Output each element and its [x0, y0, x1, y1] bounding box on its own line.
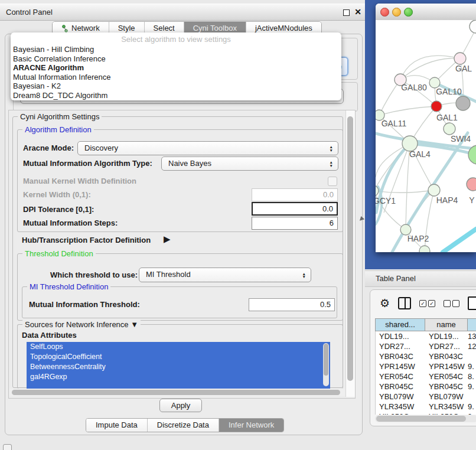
data-attributes-list[interactable]: SelfLoops TopologicalCoefficient Between… [27, 342, 330, 389]
table-panel-titlebar: Table Panel [365, 270, 476, 287]
node-label: Y [469, 195, 475, 205]
node-label: GAL11 [382, 119, 407, 128]
table-row[interactable]: YPR145WYPR145W9. [376, 361, 476, 371]
network-canvas[interactable]: GAL GAL80 GAL10 GAL1 GAL11 SWI4 GAL4 GCY… [376, 20, 476, 252]
table-toolbar: ⚙ ✓✓ [380, 296, 476, 310]
scrollbar-thumb[interactable] [324, 344, 328, 376]
mi-algorithm-type-label: Mutual Information Algorithm Type: [23, 156, 152, 171]
split-columns-icon[interactable] [398, 297, 411, 309]
node-label: GCY1 [376, 196, 396, 206]
tab-infer-network[interactable]: Infer Network [219, 419, 283, 432]
group-title: Threshold Definition [22, 249, 96, 258]
node-salmon[interactable] [467, 178, 476, 191]
column-header-name[interactable]: name [425, 319, 468, 331]
dropdown-option[interactable]: Dream8 DC_TDC Algorithm [11, 91, 341, 100]
close-icon[interactable]: ✕ [354, 4, 361, 20]
float-window-icon[interactable] [343, 9, 350, 16]
mi-threshold-input[interactable]: 0.5 [249, 298, 335, 311]
mi-threshold-label: Mutual Information Threshold: [29, 298, 140, 311]
network-graph: GAL GAL80 GAL10 GAL1 GAL11 SWI4 GAL4 GCY… [376, 20, 476, 252]
table-row[interactable]: YDL19...YDL19...13 [376, 331, 476, 341]
network-window-titlebar[interactable] [376, 4, 476, 21]
document-icon[interactable] [468, 296, 476, 310]
tab-discretize-data[interactable]: Discretize Data [147, 419, 219, 432]
node-hap4[interactable] [428, 184, 440, 196]
spinner-arrows-icon: ▲▼ [330, 161, 333, 167]
settings-horizontal-scrollbar[interactable] [9, 389, 345, 396]
aracne-mode-label: Aracne Mode: [23, 141, 74, 155]
table-row[interactable]: YBR043CYBR043C [376, 351, 476, 361]
hub-section-label[interactable]: Hub/Transcription Factor Definition [22, 234, 151, 246]
list-item[interactable]: gal4RGexp [27, 372, 330, 382]
node-table: shared... name YDL19...YDL19...13 YDR27.… [375, 318, 476, 415]
gear-icon[interactable]: ⚙ [380, 297, 390, 310]
dropdown-option[interactable]: Mutual Information Inference [11, 73, 341, 82]
table-row[interactable]: YBR045CYBR045C9. [376, 381, 476, 392]
dropdown-option[interactable]: Bayesian - Hill Climbing [11, 45, 341, 54]
select-all-icon[interactable]: ✓✓ [419, 300, 435, 307]
manual-kernel-checkbox[interactable] [328, 177, 337, 186]
list-item[interactable]: TopologicalCoefficient [27, 352, 330, 362]
dpi-tolerance-label: DPI Tolerance [0,1]: [23, 203, 94, 216]
algorithm-dropdown-list: Select algorithm to view settings Bayesi… [11, 32, 341, 100]
node[interactable] [470, 20, 476, 33]
mi-algorithm-type-value: Naive Bayes [168, 159, 211, 168]
table-row[interactable]: YER054CYER054C8. [376, 371, 476, 381]
which-threshold-combobox[interactable]: MI Threshold ▲▼ [139, 268, 311, 282]
table-panel-title: Table Panel [376, 271, 416, 286]
spinner-arrows-icon: ▲▼ [330, 145, 333, 152]
list-item[interactable]: SelfLoops [27, 342, 330, 352]
table-header: shared... name [375, 318, 476, 331]
node-label: GAL4 [409, 149, 431, 159]
group-title: Algorithm Definition [22, 125, 94, 134]
table-row[interactable]: YDR27...YDR27...12 [376, 341, 476, 351]
close-traffic-light-icon[interactable] [380, 8, 389, 17]
network-icon [61, 25, 69, 32]
dropdown-option-selected[interactable]: ARACNE Algorithm [11, 63, 341, 73]
mi-algorithm-type-combobox[interactable]: Naive Bayes ▲▼ [161, 156, 338, 171]
settings-vertical-scrollbar[interactable] [345, 110, 355, 397]
scrollbar-thumb[interactable] [347, 116, 353, 381]
dropdown-option[interactable]: Bayesian - K2 [11, 81, 341, 91]
scrollbar-thumb[interactable] [376, 416, 466, 422]
triangle-down-icon[interactable]: ▼ [131, 320, 138, 329]
table-row[interactable]: YLR345WYLR345W9. [376, 402, 476, 412]
node-label: GAL10 [436, 87, 462, 96]
dpi-tolerance-input[interactable]: 0.0 [252, 202, 338, 216]
node-gal1-red[interactable] [431, 101, 442, 112]
triangle-right-icon[interactable]: ▶ [164, 234, 171, 244]
apply-button[interactable]: Apply [159, 399, 202, 412]
which-threshold-label: Which threshold to use: [50, 268, 138, 282]
manual-kernel-label: Manual Kernel Width Definition [23, 175, 136, 187]
mouse-cursor [360, 216, 365, 222]
node-gray[interactable] [456, 96, 470, 110]
scrollbar-thumb[interactable] [12, 390, 340, 395]
corner-grip-icon[interactable] [3, 444, 12, 450]
control-panel-title: Control Panel [6, 4, 53, 20]
aracne-mode-value: Discovery [84, 144, 118, 152]
bottom-tabs: Impute Data Discretize Data Infer Networ… [86, 418, 284, 432]
tab-impute-data[interactable]: Impute Data [86, 419, 147, 432]
screen: Control Panel ✕ Network Style Select Cyn… [0, 0, 476, 450]
deselect-all-icon[interactable] [444, 300, 459, 307]
node-swi4[interactable] [444, 123, 455, 135]
column-header-partial[interactable] [468, 319, 476, 331]
node-label: HAP4 [436, 195, 458, 205]
control-panel-titlebar: Control Panel ✕ [0, 4, 366, 21]
mi-steps-input[interactable]: 6 [252, 217, 338, 230]
list-vertical-scrollbar[interactable] [323, 343, 329, 386]
kernel-width-input[interactable]: 0.0 [252, 188, 338, 201]
spinner-arrows-icon: ▲▼ [302, 272, 306, 278]
node-label: GAL [455, 64, 472, 73]
node-label: SWI4 [451, 134, 471, 144]
node[interactable] [454, 53, 466, 64]
aracne-mode-combobox[interactable]: Discovery ▲▼ [77, 141, 338, 155]
column-header-shared-name[interactable]: shared... [376, 319, 425, 331]
minimize-traffic-light-icon[interactable] [392, 8, 401, 17]
table-horizontal-scrollbar[interactable] [375, 415, 476, 422]
list-item[interactable]: BetweennessCentrality [27, 362, 330, 372]
table-row[interactable]: YBL079WYBL079W [376, 392, 476, 402]
zoom-traffic-light-icon[interactable] [404, 8, 413, 17]
table-row[interactable]: YIL053CYIL053C9 [376, 412, 476, 415]
dropdown-option[interactable]: Basic Correlation Inference [11, 54, 341, 64]
